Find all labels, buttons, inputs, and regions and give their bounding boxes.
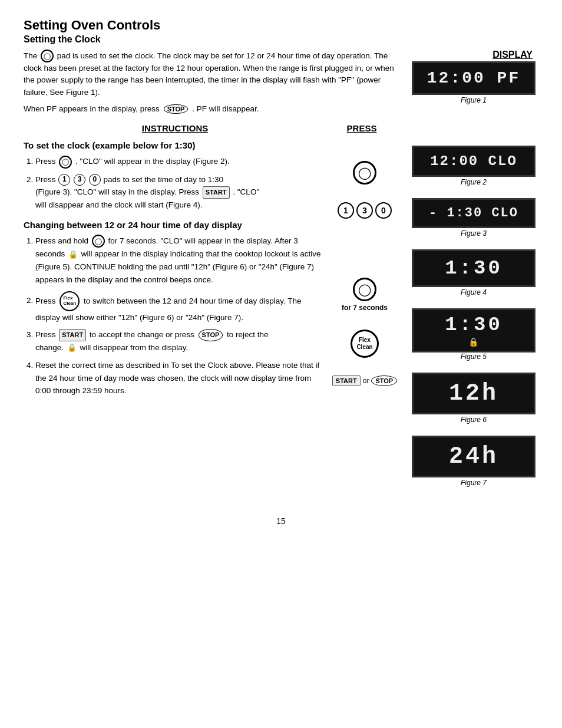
press-clock-large: ◯ (353, 161, 376, 185)
figure-7-label: Figure 7 (461, 479, 487, 487)
right-column: DISPLAY 12:00 PF Figure 1 12:00 CLO Figu… (409, 50, 538, 493)
press-heading: PRESS (347, 123, 377, 133)
figure-3-wrapper: - 1:30 CLO Figure 3 (409, 198, 538, 243)
press-start-btn: START (332, 375, 361, 386)
press-indicator-2: 1 3 0 (338, 202, 392, 219)
subsection2-title: Changing between 12 or 24 hour time of d… (24, 220, 326, 230)
figure-5-sub: 🔒 (468, 337, 479, 347)
subsection1-title: To set the clock (example below for 1:30… (24, 140, 397, 150)
figure-4-label: Figure 4 (461, 288, 487, 297)
figure-1-display: 12:00 PF (412, 61, 535, 95)
pad-1: 1 (58, 174, 70, 186)
press-indicator-4: FlexClean (351, 330, 379, 358)
figure-4-wrapper: 1:30 Figure 4 (409, 249, 538, 302)
figure-5-label: Figure 5 (461, 353, 487, 361)
step-1-2: Press 1 3 0 pads to set the time of day … (35, 173, 326, 212)
step-2-2: Press FlexClean to switch between the 12… (35, 291, 326, 324)
press-0: 0 (375, 202, 392, 219)
lock-icon-inline: 🔒 (68, 249, 78, 261)
press-1: 1 (338, 202, 354, 219)
page-title: Setting Oven Controls (24, 18, 538, 33)
section1-steps: Press ◯ . "CLO" will appear in the displ… (24, 155, 397, 402)
left-column: The ◯ pad is used to set the clock. The … (24, 50, 397, 493)
figure-2-label: Figure 2 (461, 178, 487, 186)
step-2-4: Reset the correct time as described in T… (35, 359, 326, 397)
start-pad-step1: START (203, 186, 230, 199)
press-3: 3 (356, 202, 373, 219)
pf-line: When PF appears in the display, press ST… (24, 104, 397, 114)
figure-2-wrapper: 12:00 CLO Figure 2 (409, 146, 538, 192)
figure-3-display: - 1:30 CLO (412, 198, 535, 228)
press-indicator-1: ◯ (353, 161, 376, 185)
clock-pad-step2: ◯ (92, 235, 105, 248)
pad-3: 3 (74, 174, 85, 186)
for-seconds-label: for 7 seconds (342, 304, 388, 312)
or-label: or (363, 377, 369, 385)
press-stop-btn: STOP (371, 375, 397, 386)
start-pad-step2: START (59, 329, 86, 342)
intro-paragraph: The ◯ pad is used to set the clock. The … (24, 50, 397, 98)
step-2-1: Press and hold ◯ for 7 seconds. "CLO" wi… (35, 235, 326, 286)
press-flex-clean: FlexClean (351, 330, 379, 358)
figure-3-label: Figure 3 (461, 229, 487, 238)
flex-clean-pad-step2: FlexClean (59, 291, 80, 311)
figure-6-display: 12h (412, 373, 535, 414)
page-number: 15 (24, 516, 538, 526)
clock-pad-icon: ◯ (41, 50, 54, 62)
figure-1-label: Figure 1 (461, 96, 487, 104)
stop-pad-inline: STOP (164, 104, 189, 114)
pad-0: 0 (89, 174, 101, 186)
display-heading: DISPLAY (492, 50, 533, 60)
figure-2-display: 12:00 CLO (412, 146, 535, 177)
figure-7-display: 24h (412, 436, 535, 477)
clock-pad-step1: ◯ (59, 156, 72, 169)
stop-pad-step2: STOP (199, 329, 223, 342)
figure-5-display: 1:30 🔒 (412, 308, 535, 353)
press-clock-large2: ◯ (353, 278, 376, 301)
section1-steps-text: Press ◯ . "CLO" will appear in the displ… (24, 155, 326, 402)
press-column: ◯ 1 3 0 ◯ for 7 seconds FlexClean (332, 155, 397, 402)
press-indicator-3: ◯ for 7 seconds (342, 278, 388, 312)
figure-6-wrapper: 12h Figure 6 (409, 373, 538, 430)
figure-1-wrapper: DISPLAY 12:00 PF Figure 1 (409, 50, 538, 110)
step-2-3: Press START to accept the change or pres… (35, 328, 326, 354)
column-headers: INSTRUCTIONS PRESS (24, 123, 397, 133)
figure-4-display: 1:30 (412, 249, 535, 287)
figure-6-label: Figure 6 (461, 416, 487, 424)
press-indicator-5: START or STOP (332, 375, 397, 386)
step-1-1: Press ◯ . "CLO" will appear in the displ… (35, 155, 326, 168)
figure-5-wrapper: 1:30 🔒 Figure 5 (409, 308, 538, 367)
lock-icon-inline2: 🔒 (67, 342, 77, 354)
figure-7-wrapper: 24h Figure 7 (409, 436, 538, 493)
instructions-heading: INSTRUCTIONS (142, 123, 209, 133)
section-title: Setting the Clock (24, 34, 538, 45)
